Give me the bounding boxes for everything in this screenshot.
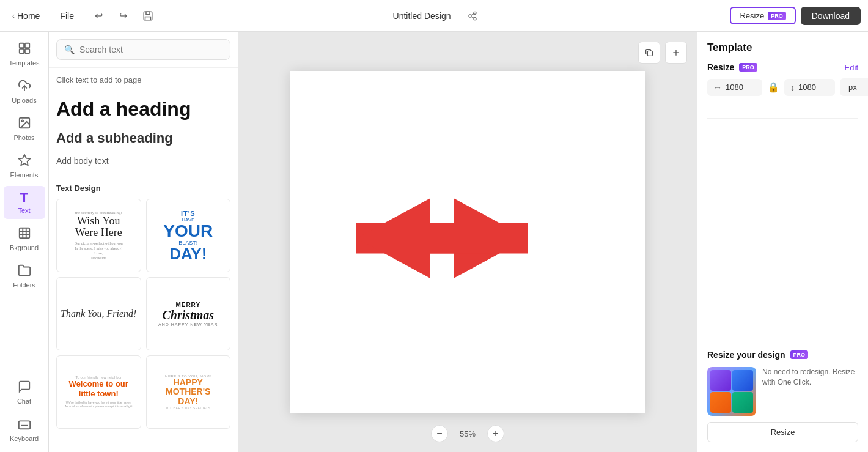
icon-nav: Templates Uploads Photos [0, 32, 49, 452]
sidebar-item-elements-label: Elements [10, 171, 39, 179]
text-design-wish[interactable]: the scenery is breathtaking! Wish YouWer… [56, 199, 141, 272]
add-subheading-button[interactable]: Add a subheading [56, 125, 230, 151]
home-button[interactable]: ‹ Home [7, 9, 45, 23]
xmas-card-content: MERRY Christmas AND HAPPY NEW YEAR [158, 302, 218, 327]
resize-button[interactable]: Resize PRO [730, 7, 795, 24]
text-icon: T [20, 191, 28, 204]
height-input[interactable] [798, 83, 829, 92]
preview-tile-2 [732, 370, 753, 391]
preview-tile-4 [732, 392, 753, 413]
sidebar-item-text-label: Text [18, 207, 30, 214]
sidebar-item-folders-label: Folders [13, 281, 35, 289]
canvas-wrapper [238, 32, 697, 452]
topbar: ‹ Home File ↩ ↪ Untitled Design Resize [0, 0, 868, 32]
topbar-divider2 [84, 9, 84, 23]
sidebar-item-uploads[interactable]: Uploads [4, 74, 45, 109]
resize-design-title: Resize your design [707, 350, 785, 360]
add-body-button[interactable]: Add body text [56, 151, 230, 171]
sidebar-item-chat[interactable]: Chat [4, 375, 45, 410]
width-input-group: ↔ [707, 79, 762, 96]
duplicate-button[interactable] [638, 42, 660, 64]
svg-rect-9 [19, 49, 23, 53]
pro-badge: PRO [768, 12, 786, 20]
sidebar-item-templates[interactable]: Templates [4, 37, 45, 72]
save-button[interactable] [138, 6, 158, 26]
resize-design-pro-badge: PRO [790, 350, 809, 359]
right-panel-title: Template [707, 42, 858, 54]
resize-section: Resize PRO Edit ↔ 🔒 ↕ px cm mm in [707, 62, 858, 96]
sidebar-item-photos[interactable]: Photos [4, 111, 45, 146]
add-heading-button[interactable]: Add a heading [56, 93, 230, 125]
zoom-in-button[interactable]: + [487, 425, 504, 442]
width-icon: ↔ [713, 83, 722, 92]
sidebar-item-keyboard[interactable]: Keyboard [4, 412, 45, 447]
search-input[interactable] [79, 45, 223, 54]
canvas-area: − 55% + [238, 32, 697, 452]
right-panel: Template Resize PRO Edit ↔ 🔒 ↕ px [697, 32, 868, 452]
text-design-its-your-day[interactable]: IT'S HAVE YOUR BLAST! DAY! [146, 199, 231, 272]
panel-content: Click text to add to page Add a heading … [49, 68, 238, 452]
svg-rect-1 [146, 12, 150, 15]
canvas-page[interactable] [290, 71, 645, 413]
text-design-grid: the scenery is breathtaking! Wish YouWer… [56, 199, 230, 429]
right-panel-divider [707, 118, 858, 119]
red-arrow [356, 198, 528, 278]
sidebar-item-background-label: Bkground [10, 244, 39, 251]
search-icon: 🔍 [64, 45, 75, 54]
thankyou-card-content: Thank You, Friend! [61, 308, 136, 319]
mothers-card-content: HERE'S TO YOU, MOM! HAPPYMOTHER'SDAY! MO… [161, 371, 215, 413]
resize-design-button[interactable]: Resize [707, 422, 858, 442]
height-icon: ↕ [790, 83, 795, 92]
design-title[interactable]: Untitled Design [386, 9, 458, 23]
resize-design-section: Resize your design PRO No need to redesi… [707, 338, 858, 442]
text-design-label: Text Design [56, 183, 230, 193]
text-design-welcome[interactable]: To our friendly new neighbor Welcome to … [56, 355, 141, 429]
click-instruction: Click text to add to page [56, 75, 230, 84]
sidebar-item-keyboard-label: Keyboard [10, 435, 39, 442]
svg-point-2 [474, 12, 476, 14]
uploads-icon [18, 79, 31, 94]
folders-icon [18, 264, 31, 279]
share-button[interactable] [463, 6, 482, 26]
preview-tile-1 [710, 370, 731, 391]
add-page-button[interactable] [665, 42, 687, 64]
lock-icon[interactable]: 🔒 [767, 81, 779, 93]
undo-button[interactable]: ↩ [89, 6, 109, 26]
resize-pro-badge: PRO [739, 63, 757, 72]
chevron-left-icon: ‹ [12, 12, 15, 20]
sidebar-item-elements[interactable]: Elements [4, 149, 45, 183]
width-input[interactable] [726, 83, 756, 92]
file-menu[interactable]: File [55, 9, 79, 23]
svg-rect-14 [19, 228, 29, 239]
elements-icon [18, 154, 31, 169]
photos-icon [18, 116, 31, 132]
background-icon [18, 226, 31, 242]
welcome-card-content: To our friendly new neighbor Welcome to … [61, 372, 136, 412]
download-button[interactable]: Download [801, 7, 861, 25]
svg-rect-25 [647, 51, 652, 56]
sidebar-item-uploads-label: Uploads [12, 97, 36, 104]
section-separator [56, 177, 230, 177]
redo-button[interactable]: ↪ [114, 6, 133, 26]
unit-select[interactable]: px cm mm in [840, 78, 868, 96]
sidebar-item-folders[interactable]: Folders [4, 259, 45, 294]
resize-label: Resize [740, 11, 764, 20]
svg-point-4 [474, 17, 476, 20]
sidebar-item-background[interactable]: Bkground [4, 221, 45, 256]
text-design-thank-you[interactable]: Thank You, Friend! [56, 277, 141, 350]
dimension-row: ↔ 🔒 ↕ px cm mm in [707, 78, 858, 96]
svg-rect-7 [19, 43, 23, 48]
preview-grid [710, 370, 753, 413]
sidebar-item-text[interactable]: T Text [4, 186, 45, 219]
svg-point-12 [21, 120, 23, 122]
zoom-level: 55% [455, 429, 480, 439]
zoom-out-button[interactable]: − [431, 425, 448, 442]
text-design-mothers-day[interactable]: HERE'S TO YOU, MOM! HAPPYMOTHER'SDAY! MO… [146, 355, 231, 429]
edit-link[interactable]: Edit [845, 63, 858, 72]
text-design-merry-christmas[interactable]: MERRY Christmas AND HAPPY NEW YEAR [146, 277, 231, 350]
home-label: Home [17, 11, 40, 21]
height-input-group: ↕ [784, 79, 835, 96]
resize-design-card: No need to redesign. Resize with One Cli… [707, 367, 858, 416]
search-box: 🔍 [56, 39, 230, 60]
preview-tile-3 [710, 392, 731, 413]
